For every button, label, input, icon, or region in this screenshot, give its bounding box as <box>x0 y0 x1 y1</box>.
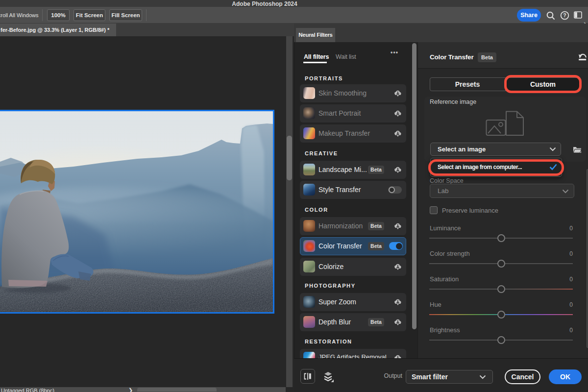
svg-text:?: ? <box>563 12 566 18</box>
